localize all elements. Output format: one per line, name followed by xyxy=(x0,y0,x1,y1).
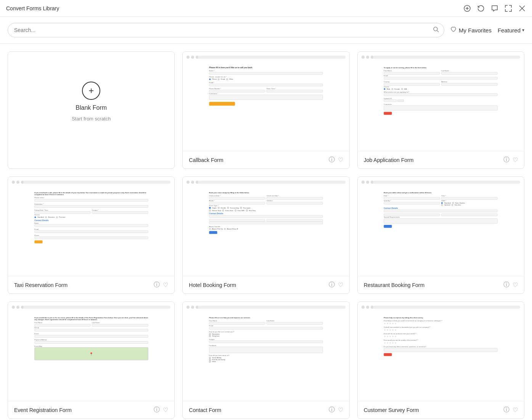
info-icon[interactable]: ⓘ xyxy=(329,156,335,164)
plus-icon[interactable] xyxy=(463,5,471,12)
blank-form-title: Blank Form xyxy=(76,104,107,111)
refresh-icon[interactable] xyxy=(477,5,485,12)
card-actions-callback: ⓘ ♡ xyxy=(329,156,343,164)
card-title-contact: Contact Form xyxy=(189,407,221,413)
title-bar: Convert Forms Library xyxy=(0,0,532,17)
card-actions-event: ⓘ ♡ xyxy=(154,406,168,414)
info-icon[interactable]: ⓘ xyxy=(329,281,335,289)
preview-dots xyxy=(12,306,24,309)
featured-button[interactable]: Featured ▾ xyxy=(498,27,524,34)
preview-bar xyxy=(198,181,345,184)
card-title-restaurant: Restaurant Booking Form xyxy=(364,282,425,288)
card-job-application[interactable]: To apply or not let running, please fill… xyxy=(357,51,524,169)
preview-bar xyxy=(373,56,520,59)
card-actions-hotel: ⓘ ♡ xyxy=(329,281,343,289)
preview-bar xyxy=(23,181,170,184)
heart-icon xyxy=(450,26,456,34)
card-actions-contact: ⓘ ♡ xyxy=(329,406,343,414)
svg-line-6 xyxy=(437,30,439,32)
card-actions-taxi: ⓘ ♡ xyxy=(154,281,168,289)
preview-bar xyxy=(373,181,520,184)
search-input[interactable] xyxy=(8,23,444,37)
card-callback[interactable]: Please fill in how you'd like us to call… xyxy=(182,51,349,169)
preview-dots xyxy=(362,306,374,309)
heart-icon[interactable]: ♡ xyxy=(338,406,343,414)
card-survey[interactable]: Please help us improve by taking this sh… xyxy=(357,301,524,419)
blank-form-subtitle: Start from scratch xyxy=(72,116,111,122)
preview-dots xyxy=(12,181,24,184)
card-restaurant[interactable]: Book your table online and get a confirm… xyxy=(357,176,524,294)
card-taxi[interactable]: If you need book a ride, please fill in … xyxy=(8,176,175,294)
card-hotel[interactable]: Book your room simply by filling in the … xyxy=(182,176,349,294)
heart-icon[interactable]: ♡ xyxy=(338,156,343,164)
info-icon[interactable]: ⓘ xyxy=(154,281,160,289)
info-icon[interactable]: ⓘ xyxy=(329,406,335,414)
my-favorites-label: My Favorites xyxy=(459,27,492,34)
card-footer-job: Job Application Form ⓘ ♡ xyxy=(358,151,524,168)
heart-icon[interactable]: ♡ xyxy=(163,406,168,414)
preview-dots xyxy=(362,56,374,59)
card-preview-blank: + Blank Form Start from scratch xyxy=(8,52,174,151)
card-preview-restaurant: Book your table online and get a confirm… xyxy=(358,177,524,276)
card-title-hotel: Hotel Booking Form xyxy=(189,282,236,288)
expand-icon[interactable] xyxy=(505,5,512,12)
info-icon[interactable]: ⓘ xyxy=(503,156,509,164)
preview-dots xyxy=(186,181,199,184)
card-footer-taxi: Taxi Reservation Form ⓘ ♡ xyxy=(8,276,174,293)
close-icon[interactable] xyxy=(518,5,526,12)
card-footer-event: Event Registration Form ⓘ ♡ xyxy=(8,401,174,418)
card-actions-restaurant: ⓘ ♡ xyxy=(503,281,518,289)
heart-icon[interactable]: ♡ xyxy=(338,281,343,289)
preview-bar xyxy=(198,56,345,59)
preview-dots xyxy=(186,306,199,309)
card-title-event: Event Registration Form xyxy=(14,407,72,413)
featured-label: Featured xyxy=(498,27,521,34)
card-footer-restaurant: Restaurant Booking Form ⓘ ♡ xyxy=(358,276,524,293)
card-footer-survey: Customer Survey Form ⓘ ♡ xyxy=(358,401,524,418)
my-favorites-button[interactable]: My Favorites xyxy=(450,26,492,34)
chevron-down-icon: ▾ xyxy=(522,27,524,33)
card-title-callback: Callback Form xyxy=(189,157,223,163)
title-bar-controls xyxy=(463,5,526,12)
card-preview-event: If you would like to join us for our eve… xyxy=(8,302,174,401)
heart-icon[interactable]: ♡ xyxy=(513,156,518,164)
header: My Favorites Featured ▾ xyxy=(0,17,532,44)
card-preview-contact: Please fill us in to help you and improv… xyxy=(183,302,349,401)
card-title-taxi: Taxi Reservation Form xyxy=(14,282,68,288)
preview-dots xyxy=(186,56,199,59)
card-preview-hotel: Book your room simply by filling in the … xyxy=(183,177,349,276)
app-title: Convert Forms Library xyxy=(6,5,59,11)
card-actions-job: ⓘ ♡ xyxy=(503,156,518,164)
card-preview-job: To apply or not let running, please fill… xyxy=(358,52,524,151)
card-grid: + Blank Form Start from scratch Please f… xyxy=(0,44,532,420)
card-footer-contact: Contact Form ⓘ ♡ xyxy=(183,401,349,418)
heart-icon[interactable]: ♡ xyxy=(513,406,518,414)
card-title-survey: Customer Survey Form xyxy=(364,407,419,413)
card-actions-survey: ⓘ ♡ xyxy=(503,406,518,414)
info-icon[interactable]: ⓘ xyxy=(154,406,160,414)
preview-bar xyxy=(198,306,345,309)
card-contact[interactable]: Please fill us in to help you and improv… xyxy=(182,301,349,419)
preview-bar xyxy=(23,306,170,309)
preview-dots xyxy=(362,181,374,184)
heart-icon[interactable]: ♡ xyxy=(513,281,518,289)
search-container xyxy=(8,23,444,37)
search-icon xyxy=(433,26,439,34)
svg-point-5 xyxy=(434,27,437,31)
preview-bar xyxy=(373,306,520,309)
card-preview-taxi: If you need book a ride, please fill in … xyxy=(8,177,174,276)
blank-form-content: + Blank Form Start from scratch xyxy=(72,52,111,151)
chat-icon[interactable] xyxy=(491,5,498,12)
card-event[interactable]: If you would like to join us for our eve… xyxy=(8,301,175,419)
card-title-job: Job Application Form xyxy=(364,157,414,163)
card-preview-callback: Please fill in how you'd like us to call… xyxy=(183,52,349,151)
card-footer-callback: Callback Form ⓘ ♡ xyxy=(183,151,349,168)
info-icon[interactable]: ⓘ xyxy=(503,281,509,289)
card-preview-survey: Please help us improve by taking this sh… xyxy=(358,302,524,401)
heart-icon[interactable]: ♡ xyxy=(163,281,168,289)
info-icon[interactable]: ⓘ xyxy=(503,406,509,414)
card-footer-hotel: Hotel Booking Form ⓘ ♡ xyxy=(183,276,349,293)
blank-plus-icon: + xyxy=(82,82,100,100)
card-blank[interactable]: + Blank Form Start from scratch xyxy=(8,51,175,169)
